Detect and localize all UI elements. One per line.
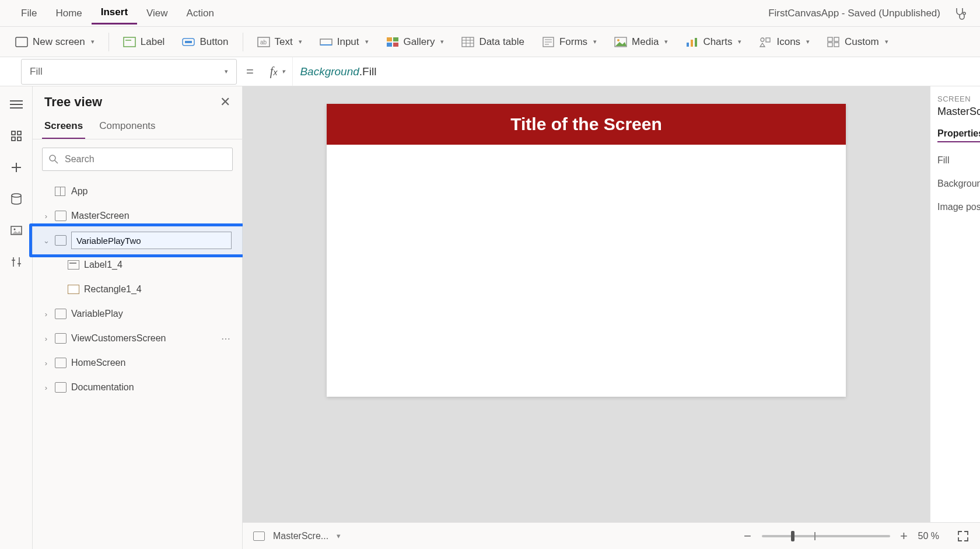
tree-item-documentation[interactable]: › Documentation	[37, 375, 237, 400]
fullscreen-icon[interactable]	[957, 530, 970, 543]
datatable-button[interactable]: Data table	[458, 33, 528, 51]
tree-item-masterscreen[interactable]: › MasterScreen	[37, 204, 237, 228]
status-bar: MasterScre... ▾ − + 50 %	[243, 522, 980, 549]
tab-properties[interactable]: Properties	[937, 128, 980, 142]
data-icon[interactable]	[9, 191, 24, 207]
expand-icon[interactable]: ›	[42, 383, 50, 392]
screen-icon	[55, 211, 66, 221]
chevron-down-icon: ▾	[440, 38, 444, 46]
chevron-down-icon: ▾	[806, 38, 810, 46]
gallery-button[interactable]: Gallery ▾	[383, 33, 448, 51]
more-icon[interactable]: ⋯	[221, 333, 232, 344]
charts-button[interactable]: Charts ▾	[682, 33, 745, 51]
screen-icon	[55, 309, 66, 319]
properties-panel: SCREEN MasterScre Properties Fill Backgr…	[930, 86, 980, 549]
ribbon-toolbar: New screen ▾ Label Button ab Text ▾ Inpu…	[0, 27, 980, 57]
charts-icon	[685, 36, 698, 48]
menu-action[interactable]: Action	[177, 3, 223, 24]
close-icon[interactable]: ✕	[220, 95, 230, 110]
svg-rect-32	[828, 43, 832, 47]
expand-icon[interactable]: ›	[42, 334, 50, 343]
hamburger-icon[interactable]	[9, 97, 24, 112]
menu-view[interactable]: View	[137, 3, 177, 24]
status-screen-name[interactable]: MasterScre...	[273, 531, 328, 541]
svg-rect-1	[16, 37, 27, 47]
icons-button[interactable]: Icons ▾	[755, 33, 813, 51]
svg-rect-25	[687, 43, 689, 47]
slider-thumb[interactable]	[791, 531, 794, 541]
svg-rect-5	[185, 41, 192, 43]
expand-icon[interactable]: ›	[42, 310, 50, 319]
search-input[interactable]	[42, 148, 233, 171]
rename-input[interactable]	[71, 232, 232, 249]
forms-button[interactable]: Forms ▾	[538, 33, 600, 51]
rectangle-icon	[68, 285, 79, 294]
menu-file[interactable]: File	[12, 3, 46, 24]
zoom-out-button[interactable]: −	[742, 529, 754, 544]
menu-insert[interactable]: Insert	[92, 2, 137, 25]
expand-icon[interactable]: ›	[42, 212, 50, 221]
svg-rect-31	[834, 37, 839, 41]
menu-bar: File Home Insert View Action FirstCanvas…	[0, 0, 980, 27]
insert-icon[interactable]	[9, 160, 24, 175]
chevron-down-icon: ▾	[299, 38, 302, 46]
svg-rect-10	[387, 37, 392, 41]
tree-item-label1-4[interactable]: Label1_4	[37, 253, 237, 277]
gallery-btn-text: Gallery	[404, 36, 435, 48]
media-button[interactable]: Media ▾	[611, 33, 671, 51]
screen-title-bar[interactable]: Title of the Screen	[327, 104, 846, 145]
search-icon	[48, 154, 59, 165]
svg-point-39	[12, 194, 21, 197]
tree-view-panel: Tree view ✕ Screens Components App › Mas…	[33, 86, 243, 549]
chevron-down-icon: ▾	[282, 68, 285, 75]
datatable-icon	[461, 36, 474, 48]
separator	[243, 33, 243, 51]
svg-text:ab: ab	[260, 39, 267, 46]
tree-tabs: Screens Components	[33, 114, 242, 139]
tree-item-variableplay[interactable]: › VariablePlay	[37, 302, 237, 326]
custom-button[interactable]: Custom ▾	[824, 33, 892, 51]
app-checker-icon[interactable]	[952, 5, 968, 22]
input-btn-text: Input	[337, 36, 359, 48]
formula-input[interactable]: Background.Fill	[292, 57, 980, 86]
label-button[interactable]: Label	[120, 33, 169, 51]
prop-fill[interactable]: Fill	[937, 155, 973, 166]
tree-item-editing[interactable]: ⌄	[37, 228, 237, 253]
search-field[interactable]	[65, 154, 226, 165]
zoom-slider[interactable]	[762, 535, 890, 537]
svg-rect-14	[462, 37, 474, 47]
chevron-down-icon: ▾	[738, 38, 741, 46]
chevron-down-icon: ▾	[885, 38, 888, 46]
tab-screens[interactable]: Screens	[42, 114, 85, 139]
text-button[interactable]: ab Text ▾	[254, 33, 306, 51]
input-button[interactable]: Input ▾	[316, 33, 372, 51]
custom-btn-text: Custom	[845, 36, 879, 48]
media-rail-icon[interactable]	[9, 223, 24, 238]
tab-components[interactable]: Components	[97, 114, 158, 139]
canvas-area[interactable]: Title of the Screen	[243, 86, 930, 549]
tree-item-viewcustomers[interactable]: › ViewCustomersScreen ⋯	[37, 326, 237, 351]
tree-view-icon[interactable]	[9, 128, 24, 144]
button-button[interactable]: Button	[178, 33, 232, 51]
fx-label[interactable]: fx▾	[263, 65, 293, 78]
menu-home[interactable]: Home	[46, 3, 91, 24]
expand-icon[interactable]: ›	[42, 359, 50, 368]
collapse-icon[interactable]: ⌄	[42, 236, 50, 245]
new-screen-button[interactable]: New screen ▾	[12, 33, 98, 51]
prop-background[interactable]: Background	[937, 179, 973, 189]
tree-item-rectangle1-4[interactable]: Rectangle1_4	[37, 277, 237, 302]
tree-item-app[interactable]: App	[37, 179, 237, 204]
prop-image-position[interactable]: Image posit	[937, 202, 973, 212]
advanced-tools-icon[interactable]	[9, 254, 24, 270]
equals-sign: =	[237, 64, 263, 79]
chevron-down-icon: ▾	[664, 38, 668, 46]
tree-item-homescreen[interactable]: › HomeScreen	[37, 351, 237, 375]
property-selector[interactable]: Fill ▾	[21, 59, 237, 85]
screen-canvas[interactable]: Title of the Screen	[327, 104, 846, 397]
svg-point-41	[13, 229, 15, 230]
svg-rect-12	[387, 43, 392, 47]
screen-icon	[55, 235, 66, 246]
zoom-in-button[interactable]: +	[898, 529, 910, 544]
property-name: Fill	[30, 66, 43, 78]
chevron-down-icon[interactable]: ▾	[337, 531, 341, 540]
